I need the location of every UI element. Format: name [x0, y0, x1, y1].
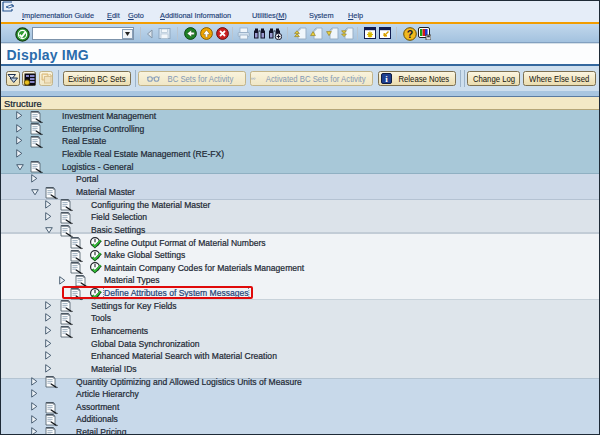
svg-text:?: ? — [407, 27, 413, 39]
